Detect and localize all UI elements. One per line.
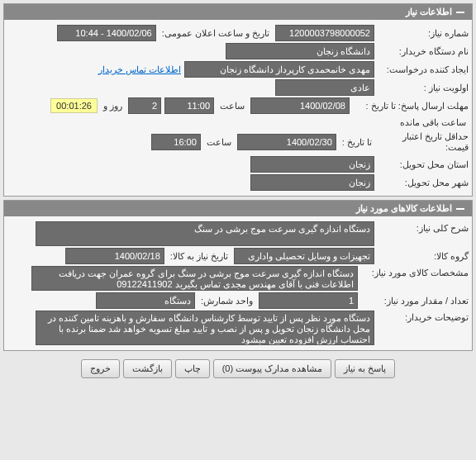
days-and-label: روز و [101, 101, 125, 111]
price-validity-time-field[interactable] [151, 134, 201, 150]
goods-info-panel: اطلاعات کالاهای مورد نیاز شرح کلی نیاز: … [3, 200, 473, 351]
collapse-icon [455, 204, 465, 214]
province-field[interactable] [250, 156, 374, 173]
city-field[interactable] [250, 174, 374, 191]
deadline-label: مهلت ارسال پاسخ: تا تاریخ : [353, 99, 469, 113]
days-remaining-field[interactable] [128, 97, 161, 114]
need-date-field[interactable] [65, 248, 164, 264]
collapse-icon [455, 7, 465, 17]
city-label: شهر محل تحویل: [378, 176, 469, 190]
goods-spec-label: مشخصات کالای مورد نیاز: [361, 266, 469, 280]
quantity-label: تعداد / مقدار مورد نیاز: [361, 294, 469, 308]
need-info-header[interactable]: اطلاعات نیاز [4, 4, 472, 20]
public-date-field[interactable] [57, 25, 156, 41]
back-button[interactable]: بازگشت [123, 359, 172, 378]
svg-rect-1 [456, 208, 464, 210]
creator-field[interactable] [184, 61, 374, 78]
countdown-timer: 00:01:26 [50, 98, 98, 113]
need-desc-field[interactable] [36, 221, 374, 246]
buyer-notes-field[interactable] [36, 311, 374, 345]
until-date-label: تا تاریخ : [340, 137, 374, 148]
public-date-label: تاریخ و ساعت اعلان عمومی: [159, 28, 272, 39]
priority-field[interactable] [275, 79, 374, 96]
deadline-time-label: ساعت [217, 101, 247, 111]
need-info-panel: اطلاعات نیاز شماره نیاز: تاریخ و ساعت اع… [3, 3, 473, 197]
need-info-body: شماره نیاز: تاریخ و ساعت اعلان عمومی: نا… [4, 20, 472, 196]
goods-spec-field[interactable] [31, 266, 358, 291]
buyer-org-field[interactable] [226, 43, 374, 59]
panel1-title: اطلاعات نیاز [406, 7, 452, 17]
need-number-field[interactable] [275, 25, 374, 41]
goods-info-body: شرح کلی نیاز: گروه کالا: تاریخ نیاز به ک… [4, 216, 472, 350]
price-validity-date-field[interactable] [237, 134, 336, 150]
price-validity-label: حداقل تاریخ اعتبار قیمت: [378, 130, 469, 154]
priority-label: اولویت نیاز : [378, 81, 469, 95]
need-desc-label: شرح کلی نیاز: [378, 221, 469, 235]
reply-button[interactable]: پاسخ به نیاز [335, 359, 395, 378]
unit-field[interactable] [96, 292, 195, 309]
goods-group-field[interactable] [234, 248, 374, 264]
view-docs-button[interactable]: مشاهده مدارک پیوست (0) [213, 359, 332, 378]
button-bar: پاسخ به نیاز مشاهده مدارک پیوست (0) چاپ … [0, 354, 476, 383]
deadline-time-field[interactable] [164, 97, 214, 114]
print-button[interactable]: چاپ [175, 359, 210, 378]
deadline-date-field[interactable] [250, 97, 350, 114]
creator-label: ایجاد کننده درخواست: [378, 63, 469, 77]
need-number-label: شماره نیاز: [378, 26, 469, 40]
svg-rect-0 [456, 12, 464, 13]
goods-info-header[interactable]: اطلاعات کالاهای مورد نیاز [4, 201, 472, 216]
unit-label: واحد شمارش: [198, 296, 255, 306]
buyer-notes-label: توضیحات خریدار: [378, 311, 469, 325]
exit-button[interactable]: خروج [81, 359, 120, 378]
need-date-label: تاریخ نیاز به کالا: [168, 251, 231, 262]
quantity-field[interactable] [259, 292, 358, 309]
remaining-label: ساعت باقی مانده [397, 117, 469, 128]
buyer-contact-link[interactable]: اطلاعات تماس خریدار [98, 64, 181, 75]
panel2-title: اطلاعات کالاهای مورد نیاز [356, 203, 452, 214]
goods-group-label: گروه کالا: [378, 249, 469, 263]
province-label: استان محل تحویل: [378, 158, 469, 172]
price-validity-time-label: ساعت [204, 137, 234, 148]
buyer-org-label: نام دستگاه خریدار: [378, 45, 469, 59]
